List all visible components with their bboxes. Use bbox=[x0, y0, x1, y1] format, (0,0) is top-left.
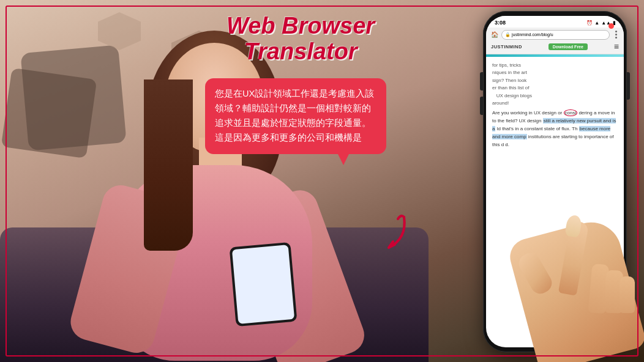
title-line1: Web Browser bbox=[227, 13, 375, 39]
phone-volume-button bbox=[480, 72, 483, 90]
browser-chrome: 🏠 🔒 justinmind.com/blog/u JUSTINMIND Dow… bbox=[486, 28, 624, 54]
pointing-hand bbox=[509, 203, 632, 362]
phone-volume-button-2 bbox=[480, 97, 483, 115]
download-button[interactable]: Download Free bbox=[549, 43, 588, 50]
browser-nav-row: 🏠 🔒 justinmind.com/blog/u bbox=[490, 29, 620, 40]
browser-logo: JUSTINMIND bbox=[491, 44, 522, 50]
content-intro: for tips, tricksniques in the artsign? T… bbox=[492, 62, 618, 107]
title-line2: Translator bbox=[227, 39, 375, 65]
text-segment-3: ld that's in a constant state of flux. T… bbox=[497, 126, 578, 131]
text-segment-1: Are you working in UX design or bbox=[492, 110, 564, 116]
phone-status-bar: 3:08 ⏰ ▲ ▲▲ ▮ bbox=[486, 16, 624, 28]
hamburger-button[interactable]: ≡ bbox=[614, 42, 619, 51]
bubble-tail bbox=[337, 153, 350, 165]
wifi-icon: ▲ bbox=[594, 20, 599, 26]
home-button[interactable]: 🏠 bbox=[490, 30, 500, 40]
intro-text: for tips, tricksniques in the artsign? T… bbox=[492, 62, 532, 106]
status-time: 3:08 bbox=[495, 20, 506, 26]
menu-dot-2 bbox=[615, 34, 617, 35]
menu-dot-1 bbox=[615, 31, 617, 32]
url-bar[interactable]: 🔒 justinmind.com/blog/u bbox=[501, 30, 610, 40]
browser-logo-row: JUSTINMIND Download Free ≡ bbox=[490, 41, 620, 52]
translation-text: 您是在UX設計領域工作還是考慮進入該領域？輔助設計仍然是一個相對較新的追求並且是… bbox=[215, 89, 374, 142]
main-content-text: Are you working in UX design or consi de… bbox=[492, 109, 618, 149]
title-area: Web Browser Translator bbox=[227, 13, 375, 65]
notification-dot bbox=[608, 23, 614, 29]
arrow-indicator bbox=[361, 208, 413, 262]
menu-dot-3 bbox=[615, 37, 617, 39]
translation-bubble: 您是在UX設計領域工作還是考慮進入該領域？輔助設計仍然是一個相對較新的追求並且是… bbox=[205, 78, 386, 154]
text-segment-4: institutions are starting to bbox=[528, 134, 583, 139]
alarm-icon: ⏰ bbox=[586, 20, 593, 26]
url-text: justinmind.com/blog/u bbox=[512, 32, 553, 37]
lock-icon: 🔒 bbox=[505, 32, 511, 37]
circled-text: consi bbox=[564, 109, 578, 116]
text-segment-6: d. bbox=[505, 142, 509, 147]
phone-content-area: for tips, tricksniques in the artsign? T… bbox=[486, 57, 624, 153]
more-menu-button[interactable] bbox=[612, 29, 620, 40]
phone-power-button bbox=[627, 72, 630, 100]
